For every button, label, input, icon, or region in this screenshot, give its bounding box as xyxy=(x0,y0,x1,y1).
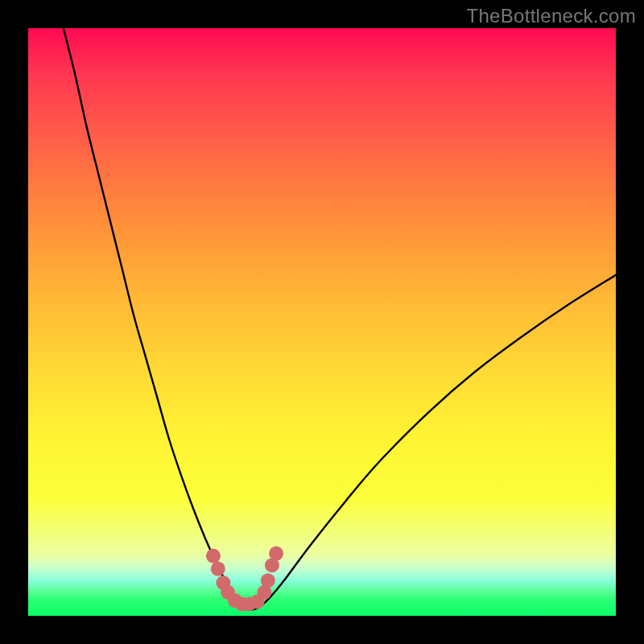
curves-layer xyxy=(28,28,616,616)
marker-point xyxy=(269,547,283,561)
curve-right-curve xyxy=(251,275,616,610)
curve-left-curve xyxy=(64,28,252,610)
watermark-text: TheBottleneck.com xyxy=(466,5,636,27)
chart-frame: TheBottleneck.com xyxy=(0,0,644,644)
marker-point xyxy=(206,549,221,564)
marker-point xyxy=(261,573,275,588)
plot-area xyxy=(28,28,616,616)
marker-point xyxy=(211,562,225,576)
